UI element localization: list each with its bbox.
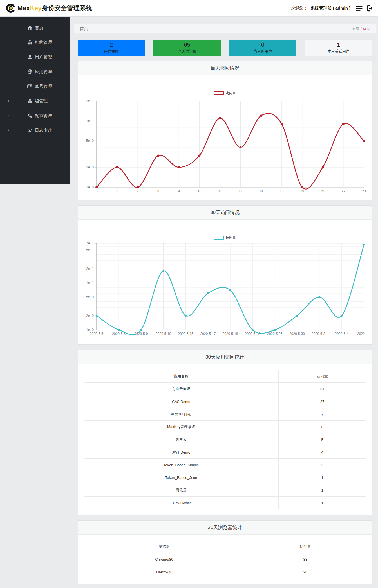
org-icon bbox=[27, 40, 32, 45]
table-cell: JWT Demo bbox=[84, 446, 279, 459]
svg-text:22: 22 bbox=[341, 189, 345, 193]
svg-text:14: 14 bbox=[259, 189, 263, 193]
svg-text:2020-5-30: 2020-5-30 bbox=[289, 332, 305, 336]
stat-card-value: 0 bbox=[261, 42, 264, 48]
sidebar-item-label: 用户管理 bbox=[35, 55, 52, 60]
sidebar-item-app-mgmt[interactable]: 应用管理 bbox=[0, 64, 70, 79]
breadcrumb-root: 系统 bbox=[352, 26, 359, 31]
table-cell: Firefox/76 bbox=[84, 566, 245, 578]
sidebar-item-label: 配置管理 bbox=[35, 113, 52, 118]
legend-label-30day: 访问量 bbox=[226, 235, 236, 240]
table-cell: 83 bbox=[245, 553, 366, 566]
sidebar-item-user-mgmt[interactable]: 用户管理 bbox=[0, 50, 70, 64]
sidebar-item-label: 组管理 bbox=[35, 98, 48, 104]
svg-text:19: 19 bbox=[300, 189, 304, 193]
svg-text:2e+0: 2e+0 bbox=[86, 314, 94, 318]
legend-marker-today bbox=[214, 91, 224, 95]
today-visits-chart: 1e+02e+05e+01e+12e+101289101113141519212… bbox=[84, 98, 366, 197]
panel-today-visits: 当天访问情况 访问量 1e+02e+05e+01e+12e+1012891011… bbox=[78, 61, 372, 200]
breadcrumb-separator: / bbox=[361, 26, 362, 31]
welcome-label: 欢迎您： bbox=[291, 6, 308, 11]
stat-card-0: 2用户在线 bbox=[78, 40, 145, 56]
chevron-right-icon bbox=[7, 129, 10, 132]
svg-text:2: 2 bbox=[137, 189, 139, 193]
stat-card-label: 本月活跃用户 bbox=[328, 49, 350, 54]
stat-card-value: 1 bbox=[337, 42, 340, 48]
table-cell: 31 bbox=[279, 383, 366, 395]
app-title: MaxKey身份安全管理系统 bbox=[17, 4, 92, 12]
config-icon bbox=[27, 113, 32, 118]
svg-text:2e+1: 2e+1 bbox=[86, 267, 94, 271]
chart-legend-30day[interactable]: 访问量 bbox=[84, 235, 366, 240]
table-row: 腾讯云1 bbox=[84, 484, 366, 497]
sidebar-item-config-mgmt[interactable]: 配置管理 bbox=[0, 108, 70, 123]
breadcrumb-current[interactable]: 首页 bbox=[363, 26, 370, 31]
chart-legend-today[interactable]: 访问量 bbox=[84, 91, 366, 96]
svg-text:13: 13 bbox=[239, 189, 243, 193]
svg-text:2e+1: 2e+1 bbox=[86, 99, 94, 103]
table-cell: 1 bbox=[279, 471, 366, 484]
sidebar-item-home[interactable]: 首页 bbox=[0, 21, 70, 35]
svg-text:10: 10 bbox=[198, 189, 202, 193]
svg-text:2020-5-18: 2020-5-18 bbox=[223, 332, 238, 336]
sidebar-item-group-mgmt[interactable]: 组管理 bbox=[0, 94, 70, 108]
panel-30day-visits: 30天访问情况 访问量 1e+02e+05e+01e+12e+15e+17e+1… bbox=[78, 205, 372, 345]
svg-text:1e+0: 1e+0 bbox=[86, 328, 94, 332]
stat-card-label: 用户在线 bbox=[104, 49, 119, 54]
group-icon bbox=[27, 98, 32, 103]
table-cell: CAS Demo bbox=[84, 395, 279, 408]
app-logo: MaxKey身份安全管理系统 bbox=[6, 3, 92, 13]
svg-text:2020-5-23: 2020-5-23 bbox=[245, 332, 260, 336]
table-cell: 28 bbox=[245, 566, 366, 578]
sidebar-item-account-mgmt[interactable]: 账号管理 bbox=[0, 79, 70, 94]
sidebar-item-label: 首页 bbox=[35, 25, 43, 31]
svg-text:2020-5-25: 2020-5-25 bbox=[267, 332, 283, 336]
table-cell: 2 bbox=[279, 459, 366, 471]
table-cell: 5 bbox=[279, 433, 366, 446]
svg-text:9: 9 bbox=[178, 189, 180, 193]
table-cell: 27 bbox=[279, 395, 366, 408]
stat-card-value: 65 bbox=[184, 42, 190, 48]
legend-label-today: 访问量 bbox=[226, 91, 236, 96]
account-icon bbox=[27, 84, 32, 89]
table-row: 有道云笔记31 bbox=[84, 383, 366, 395]
svg-text:1e+1: 1e+1 bbox=[86, 119, 94, 123]
svg-text:11: 11 bbox=[218, 189, 222, 193]
svg-text:1: 1 bbox=[116, 189, 118, 193]
column-header: 访问量 bbox=[279, 370, 366, 383]
svg-text:2e+0: 2e+0 bbox=[86, 165, 94, 169]
table-cell: Token_Based_Json bbox=[84, 471, 279, 484]
column-header: 浏览器 bbox=[84, 540, 245, 553]
svg-text:0: 0 bbox=[96, 189, 98, 193]
table-cell: 1 bbox=[279, 484, 366, 497]
table-row: 网易163邮箱7 bbox=[84, 408, 366, 421]
table-cell: 阿里云 bbox=[84, 433, 279, 446]
column-header: 应用名称 bbox=[84, 370, 279, 383]
chevron-right-icon bbox=[7, 99, 10, 103]
table-row: MaxKey管理系统6 bbox=[84, 421, 366, 433]
stat-card-3: 1本月活跃用户 bbox=[305, 40, 372, 56]
table-cell: 7 bbox=[279, 408, 366, 421]
breadcrumb: 首页 系统/首页 bbox=[74, 24, 376, 34]
list-icon[interactable] bbox=[355, 5, 363, 12]
panel-today-visits-title: 当天访问情况 bbox=[78, 61, 372, 75]
table-cell: Token_Based_Simple bbox=[84, 459, 279, 471]
table-cell: 网易163邮箱 bbox=[84, 408, 279, 421]
sidebar-item-label: 账号管理 bbox=[35, 84, 52, 89]
table-row: Firefox/7628 bbox=[84, 566, 366, 578]
svg-text:2020-5-17: 2020-5-17 bbox=[200, 332, 216, 336]
panel-app-stats: 30天应用访问统计 应用名称访问量有道云笔记31CAS Demo27网易163邮… bbox=[78, 350, 372, 515]
table-row: JWT Demo4 bbox=[84, 446, 366, 459]
sidebar-item-org-mgmt[interactable]: 机构管理 bbox=[0, 35, 70, 50]
sidebar-item-label: 应用管理 bbox=[35, 69, 52, 75]
svg-text:2020-6-4: 2020-6-4 bbox=[335, 332, 348, 336]
sidebar-item-label: 机构管理 bbox=[35, 40, 52, 45]
panel-30day-visits-title: 30天访问情况 bbox=[78, 206, 372, 220]
svg-text:2020-6-5: 2020-6-5 bbox=[357, 332, 366, 336]
table-header-row: 应用名称访问量 bbox=[84, 370, 366, 383]
svg-text:1e+1: 1e+1 bbox=[86, 281, 94, 285]
svg-text:7e+1: 7e+1 bbox=[86, 242, 94, 245]
svg-text:2020-5-6: 2020-5-6 bbox=[112, 332, 126, 336]
logout-icon[interactable] bbox=[366, 5, 373, 12]
sidebar-item-log-audit[interactable]: 日志审计 bbox=[0, 123, 70, 138]
